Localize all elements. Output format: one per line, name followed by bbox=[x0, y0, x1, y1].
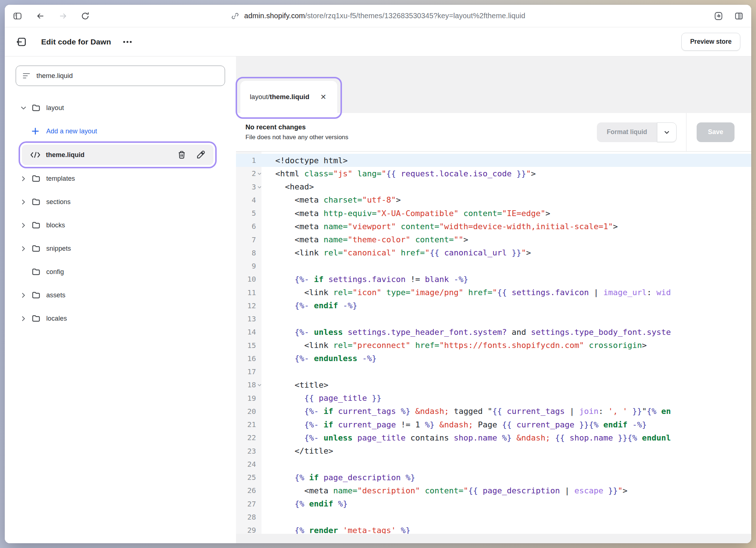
code-line[interactable]: {%- unless page_title contains shop.name… bbox=[275, 431, 751, 444]
code-line[interactable]: {%- if current_page != 1 %} &ndash; Page… bbox=[275, 418, 751, 431]
code-line[interactable]: <meta name="theme-color" content=""> bbox=[275, 233, 751, 246]
folder-icon bbox=[31, 244, 42, 253]
save-button[interactable]: Save bbox=[697, 122, 735, 142]
url-path: /store/rzq1xu-f5/themes/132683530345?key… bbox=[305, 12, 525, 20]
document-header: No recent changes File does not have any… bbox=[236, 113, 751, 152]
status-subtitle: File does not have any other versions bbox=[245, 134, 349, 141]
tab-theme-liquid[interactable]: layout/theme.liquid ✕ bbox=[240, 81, 337, 113]
sidebar-item-theme-liquid[interactable]: theme.liquid bbox=[22, 145, 213, 165]
more-options-icon[interactable] bbox=[122, 39, 133, 45]
document-card: No recent changes File does not have any… bbox=[236, 113, 751, 534]
sidebar-item-layout[interactable]: layout bbox=[15, 96, 226, 120]
sidebar-item-add-a-new-layout[interactable]: Add a new layout bbox=[15, 120, 226, 143]
code-line[interactable]: {%- endif -%} bbox=[275, 299, 751, 312]
line-number: 24 bbox=[236, 458, 261, 471]
code-editor[interactable]: 1234567891011121314151617181920212223242… bbox=[236, 152, 751, 534]
folder-icon bbox=[31, 267, 42, 277]
code-line[interactable]: <!doctype html> bbox=[261, 154, 751, 167]
search-input[interactable] bbox=[36, 72, 218, 80]
sidebar-item-snippets[interactable]: snippets bbox=[15, 237, 226, 260]
file-search[interactable] bbox=[16, 66, 225, 86]
code-line[interactable] bbox=[275, 510, 751, 524]
page-settings-icon[interactable] bbox=[713, 11, 724, 21]
folder-icon bbox=[31, 174, 42, 183]
code-line[interactable] bbox=[275, 458, 751, 471]
url-host: admin.shopify.com bbox=[244, 12, 305, 20]
line-number: 15 bbox=[236, 339, 261, 352]
pencil-icon[interactable] bbox=[196, 150, 205, 160]
preview-store-button[interactable]: Preview store bbox=[681, 33, 740, 51]
sidebar-item-locales[interactable]: locales bbox=[15, 307, 226, 330]
sidebar-item-config[interactable]: config bbox=[15, 260, 226, 283]
chevron-right-icon[interactable] bbox=[20, 175, 31, 182]
code-line[interactable]: {{ page_title }} bbox=[275, 392, 751, 405]
code-line[interactable]: <link rel="canonical" href="{{ canonical… bbox=[275, 246, 751, 259]
code-line[interactable]: {%- endunless -%} bbox=[275, 352, 751, 365]
chevron-right-icon[interactable] bbox=[20, 315, 31, 322]
code-line[interactable]: <head> bbox=[275, 180, 751, 193]
line-number: 18 bbox=[236, 378, 261, 391]
line-number: 29 bbox=[236, 524, 261, 534]
exit-editor-icon[interactable] bbox=[16, 36, 27, 48]
editor-pane: layout/theme.liquid ✕ No recent changes … bbox=[236, 56, 751, 543]
trash-icon[interactable] bbox=[177, 150, 186, 160]
line-number: 23 bbox=[236, 445, 261, 458]
chevron-down-icon[interactable] bbox=[20, 105, 31, 111]
code-line[interactable]: {% endif %} bbox=[275, 497, 751, 510]
reload-icon[interactable] bbox=[80, 11, 90, 21]
sidebar-item-label: config bbox=[46, 268, 64, 276]
sidebar-toggle-icon[interactable] bbox=[12, 11, 23, 21]
code-line[interactable]: <meta charset="utf-8"> bbox=[275, 193, 751, 207]
page-title: Edit code for Dawn bbox=[41, 38, 111, 46]
code-area[interactable]: <!doctype html><html class="js" lang="{{… bbox=[261, 152, 751, 534]
code-line[interactable]: <meta name="description" content="{{ pag… bbox=[275, 484, 751, 497]
code-line[interactable]: <meta name="viewport" content="width=dev… bbox=[275, 220, 751, 233]
sidebar-item-sections[interactable]: sections bbox=[15, 190, 226, 214]
sidebar-item-assets[interactable]: assets bbox=[15, 283, 226, 307]
forward-icon[interactable] bbox=[58, 12, 68, 20]
tab-bar: layout/theme.liquid ✕ bbox=[236, 56, 751, 113]
address-bar[interactable]: admin.shopify.com/store/rzq1xu-f5/themes… bbox=[231, 5, 525, 27]
code-line[interactable]: {% render 'meta-tags' %} bbox=[275, 524, 751, 534]
chevron-right-icon[interactable] bbox=[20, 292, 31, 299]
fold-toggle-icon[interactable] bbox=[257, 172, 262, 176]
code-line[interactable] bbox=[275, 312, 751, 325]
code-line[interactable]: <meta http-equiv="X-UA-Compatible" conte… bbox=[275, 207, 751, 220]
sidebar-item-templates[interactable]: templates bbox=[15, 167, 226, 190]
folder-icon bbox=[31, 314, 42, 323]
chevron-right-icon[interactable] bbox=[20, 199, 31, 206]
format-liquid-button[interactable]: Format liquid bbox=[597, 122, 657, 142]
line-number: 10 bbox=[236, 273, 261, 286]
back-icon[interactable] bbox=[35, 12, 46, 20]
link-icon bbox=[231, 12, 240, 20]
fold-toggle-icon[interactable] bbox=[257, 383, 262, 388]
close-tab-icon[interactable]: ✕ bbox=[320, 93, 326, 101]
code-line[interactable]: {%- if settings.favicon != blank -%} bbox=[275, 273, 751, 286]
code-line[interactable]: <link rel="preconnect" href="https://fon… bbox=[275, 339, 751, 352]
filter-icon bbox=[22, 72, 31, 80]
code-line[interactable]: {% if page_description %} bbox=[275, 471, 751, 484]
line-number: 22 bbox=[236, 431, 261, 444]
format-options-dropdown[interactable] bbox=[657, 122, 677, 142]
sidebar-item-label: blocks bbox=[46, 222, 65, 229]
code-line[interactable] bbox=[275, 259, 751, 273]
line-number: 21 bbox=[236, 418, 261, 431]
code-line[interactable] bbox=[275, 365, 751, 378]
line-number: 2 bbox=[236, 167, 261, 180]
chevron-right-icon[interactable] bbox=[20, 222, 31, 229]
chevron-right-icon[interactable] bbox=[20, 245, 31, 252]
code-line[interactable]: {%- if current_tags %} &ndash; tagged "{… bbox=[275, 405, 751, 418]
code-line[interactable]: <title> bbox=[275, 378, 751, 391]
fold-toggle-icon[interactable] bbox=[257, 185, 262, 189]
split-view-icon[interactable] bbox=[734, 11, 744, 21]
browser-window: admin.shopify.com/store/rzq1xu-f5/themes… bbox=[5, 5, 751, 543]
line-number: 1 bbox=[236, 154, 261, 167]
line-number: 19 bbox=[236, 392, 261, 405]
sidebar-item-blocks[interactable]: blocks bbox=[15, 214, 226, 237]
chevron-down-icon bbox=[663, 129, 670, 136]
browser-chrome: admin.shopify.com/store/rzq1xu-f5/themes… bbox=[5, 5, 751, 27]
code-line[interactable]: {%- unless settings.type_header_font.sys… bbox=[275, 325, 751, 338]
code-line[interactable]: </title> bbox=[275, 445, 751, 458]
code-line[interactable]: <html class="js" lang="{{ request.locale… bbox=[275, 167, 751, 180]
code-line[interactable]: <link rel="icon" type="image/png" href="… bbox=[275, 286, 751, 299]
